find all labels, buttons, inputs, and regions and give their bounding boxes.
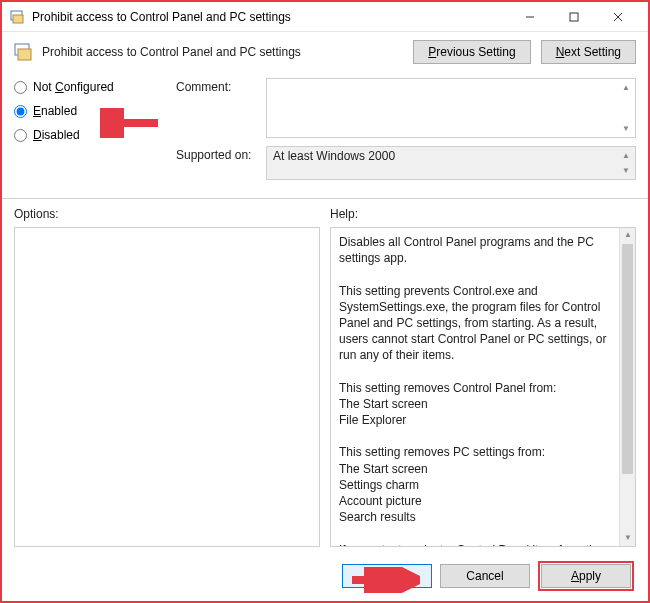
svg-rect-1 [13, 15, 23, 23]
scrollbar-thumb[interactable] [622, 244, 633, 474]
supported-on-value: At least Windows 2000 ▲ ▼ [266, 146, 636, 180]
svg-rect-3 [570, 13, 578, 21]
maximize-button[interactable] [552, 3, 596, 31]
apply-highlight: Apply [538, 561, 634, 591]
window-title: Prohibit access to Control Panel and PC … [32, 10, 508, 24]
radio-enabled[interactable]: Enabled [14, 104, 164, 118]
comment-textarea[interactable]: ▲ ▼ [266, 78, 636, 138]
help-label: Help: [330, 207, 636, 221]
options-panel [14, 227, 320, 547]
policy-header: Prohibit access to Control Panel and PC … [2, 32, 648, 72]
close-button[interactable] [596, 3, 640, 31]
radio-disabled[interactable]: Disabled [14, 128, 164, 142]
policy-icon [14, 42, 34, 62]
apply-button[interactable]: Apply [541, 564, 631, 588]
state-radio-group: Not Configured Enabled Disabled [14, 78, 164, 188]
help-panel: Disables all Control Panel programs and … [330, 227, 636, 547]
scroll-up-icon[interactable]: ▲ [620, 228, 636, 243]
radio-not-configured[interactable]: Not Configured [14, 80, 164, 94]
svg-rect-7 [18, 49, 31, 60]
dialog-footer: OK Cancel Apply [342, 561, 634, 591]
next-setting-button[interactable]: Next Setting [541, 40, 636, 64]
supported-on-label: Supported on: [176, 146, 266, 162]
previous-setting-button[interactable]: Previous Setting [413, 40, 530, 64]
scroll-down-icon[interactable]: ▼ [620, 531, 636, 546]
scrollbar[interactable]: ▲▼ [619, 228, 635, 546]
ok-button[interactable]: OK [342, 564, 432, 588]
divider [2, 198, 648, 199]
scroll-down-icon: ▼ [618, 163, 634, 178]
options-label: Options: [14, 207, 320, 221]
cancel-button[interactable]: Cancel [440, 564, 530, 588]
titlebar: Prohibit access to Control Panel and PC … [2, 2, 648, 32]
policy-icon [10, 9, 26, 25]
scroll-up-icon[interactable]: ▲ [618, 80, 634, 95]
policy-title: Prohibit access to Control Panel and PC … [42, 45, 413, 59]
comment-label: Comment: [176, 78, 266, 94]
help-text: Disables all Control Panel programs and … [339, 235, 610, 547]
scroll-down-icon[interactable]: ▼ [618, 121, 634, 136]
scroll-up-icon: ▲ [618, 148, 634, 163]
minimize-button[interactable] [508, 3, 552, 31]
